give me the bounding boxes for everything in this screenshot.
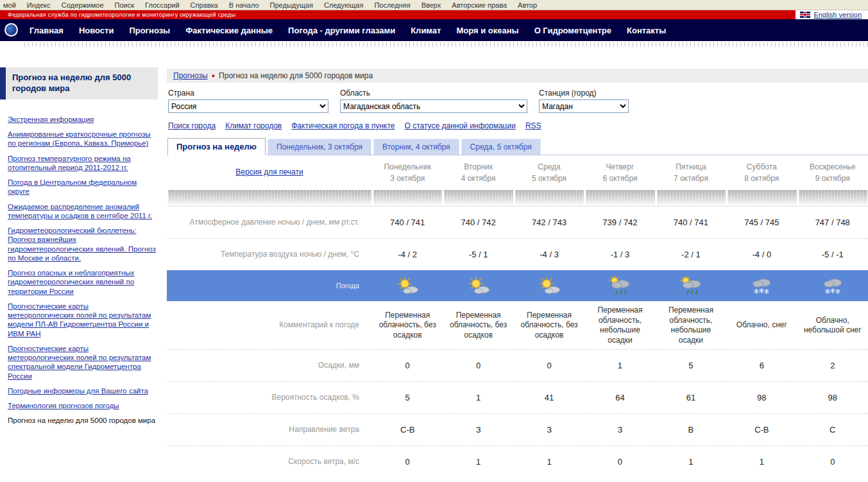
- comment-value: Облачно, небольшой снег: [797, 302, 868, 349]
- sidebar-link[interactable]: Ожидаемое распределение аномалий темпера…: [8, 202, 157, 221]
- main-nav-items: ГлавнаяНовостиПрогнозыФактические данные…: [30, 26, 666, 35]
- rain-icon: [656, 270, 726, 301]
- agency-title: Федеральная служба по гидрометеорологии …: [8, 12, 235, 18]
- sidebar-link[interactable]: Погодные информеры для Вашего сайта: [8, 386, 157, 395]
- temperature-value: -4 / 3: [514, 239, 584, 270]
- sidebar-link[interactable]: Экстренная информация: [8, 115, 157, 124]
- toolbar-item[interactable]: В начало: [229, 1, 259, 9]
- day-column-header: Суббота8 октября: [726, 155, 797, 190]
- day-name: Пятница: [676, 162, 706, 171]
- tab-day-3[interactable]: Среда, 5 октября: [461, 139, 541, 155]
- toolbar-item[interactable]: Индекс: [27, 1, 51, 9]
- toolbar-item[interactable]: Содержимое: [62, 1, 104, 9]
- snow-icon: [797, 270, 868, 301]
- day-column-header: Пятница7 октября: [656, 155, 726, 190]
- toolbar-item[interactable]: Последняя: [374, 1, 410, 9]
- sidebar-header: Прогноз на неделю для 5000 городов мира: [0, 67, 167, 99]
- toolbar-item[interactable]: Справка: [191, 1, 218, 9]
- gradient-segment: [726, 190, 797, 206]
- toolbar-item[interactable]: Авторские права: [452, 1, 507, 9]
- tab-day-1[interactable]: Понедельник, 3 октября: [268, 139, 371, 155]
- toolbar-item[interactable]: Автор: [518, 1, 537, 9]
- quick-link[interactable]: RSS: [525, 121, 541, 130]
- toolbar-item[interactable]: Предыдущая: [270, 1, 313, 9]
- table-header-row: Версия для печати Понедельник3 октябряВт…: [167, 155, 868, 190]
- sidebar-link[interactable]: Прогноз опасных и неблагоприятных гидром…: [8, 268, 157, 296]
- toolbar-item[interactable]: Вверх: [421, 1, 441, 9]
- sidebar-link[interactable]: Терминология прогнозов погоды: [8, 401, 157, 410]
- precipitation-value: 6: [726, 350, 797, 381]
- gradient-segment: [514, 190, 584, 206]
- nav-item[interactable]: Прогнозы: [129, 26, 170, 35]
- toolbar-item[interactable]: Глоссарий: [145, 1, 180, 9]
- day-date: 6 октября: [602, 174, 637, 183]
- nav-item[interactable]: Моря и океаны: [456, 26, 518, 35]
- toolbar-item[interactable]: Следующая: [324, 1, 364, 9]
- temperature-value: -2 / 1: [656, 239, 726, 270]
- agency-bar: Федеральная служба по гидрометеорологии …: [0, 10, 868, 19]
- forecast-row-pressure: Атмосферное давление ночью / днем, мм рт…: [167, 206, 868, 238]
- nav-item[interactable]: Фактические данные: [185, 26, 273, 35]
- quick-link[interactable]: О статусе данной информации: [405, 121, 516, 130]
- breadcrumb-current: Прогноз на неделю для 5000 городов мира: [219, 71, 373, 80]
- day-name: Четверг: [606, 162, 634, 171]
- precip_probability-value: 98: [726, 382, 797, 413]
- sidebar-link[interactable]: Прогностические карты метеорологических …: [8, 302, 157, 338]
- toolbar-item[interactable]: Поиск: [115, 1, 134, 9]
- partly-cloudy-icon: [514, 270, 584, 301]
- nav-item[interactable]: Погода - другими глазами: [288, 26, 395, 35]
- sidebar-link[interactable]: Прогноз температурного режима на отопите…: [8, 154, 157, 173]
- nav-item[interactable]: Контакты: [627, 26, 666, 35]
- day-date: 3 октября: [390, 174, 425, 183]
- wind_speed-value: 1: [443, 446, 513, 478]
- forecast-row-weather: Погода: [167, 270, 868, 301]
- station-filter: Станция (город) Магадан: [539, 89, 629, 113]
- quick-link[interactable]: Фактическая погода в пункте: [291, 121, 395, 130]
- temperature-value: -5 / -1: [797, 239, 868, 270]
- wind_speed-value: 0: [797, 446, 868, 478]
- row-label-precip_probability: Вероятность осадков, %: [167, 382, 372, 413]
- sidebar-link[interactable]: Погода в Центральном федеральном округе: [8, 178, 157, 196]
- wind_direction-value: З: [514, 414, 584, 445]
- breadcrumb: Прогнозы ● Прогноз на неделю для 5000 го…: [167, 69, 868, 83]
- day-name: Воскресенье: [810, 162, 856, 171]
- sidebar-link[interactable]: Прогностические карты метеорологических …: [8, 344, 157, 381]
- quick-link[interactable]: Поиск города: [168, 121, 216, 130]
- pressure-value: 740 / 741: [656, 207, 726, 238]
- sidebar-link[interactable]: Гидрометеорологический бюллетень: Прогно…: [8, 226, 157, 263]
- quick-link[interactable]: Климат городов: [225, 121, 282, 130]
- forecast-row-wind_direction: Направление ветраС-ВЗЗЗВС-ВС: [167, 413, 868, 445]
- precip_probability-value: 98: [797, 382, 868, 413]
- region-filter-label: Область: [340, 89, 527, 98]
- precipitation-value: 2: [797, 350, 868, 381]
- day-date: 5 октября: [532, 174, 566, 183]
- precipitation-value: 0: [372, 350, 443, 381]
- station-select[interactable]: Магадан: [539, 99, 629, 113]
- day-name: Среда: [538, 162, 560, 171]
- country-select[interactable]: Россия: [168, 99, 328, 113]
- breadcrumb-parent-link[interactable]: Прогнозы: [173, 71, 208, 80]
- forecast-row-temperature: Температура воздуха ночью / днем, °С-4 /…: [167, 238, 868, 270]
- nav-item[interactable]: Новости: [79, 26, 114, 35]
- sidebar-link[interactable]: Анимированные краткосрочные прогнозы по …: [8, 130, 157, 148]
- print-version-cell: Версия для печати: [167, 155, 372, 190]
- nav-item[interactable]: Главная: [30, 26, 64, 35]
- wind_direction-value: В: [656, 414, 726, 445]
- day-column-header: Четверг6 октября: [584, 155, 655, 190]
- comment-value: Переменная облачность, без осадков: [514, 302, 584, 349]
- quick-links: Поиск городаКлимат городовФактическая по…: [167, 114, 868, 138]
- forecast-row-wind_speed: Скорость ветра, м/с0110110: [167, 445, 868, 478]
- day-column-header: Воскресенье9 октября: [797, 155, 868, 190]
- english-version-link[interactable]: English version: [813, 11, 862, 19]
- print-version-link[interactable]: Версия для печати: [235, 168, 303, 178]
- wind_direction-value: З: [584, 414, 655, 445]
- forecast-row-comment: Комментарий к погодеПеременная облачност…: [167, 301, 868, 349]
- nav-item[interactable]: Климат: [411, 26, 441, 35]
- tab-day-2[interactable]: Вторник, 4 октября: [373, 139, 459, 155]
- region-select[interactable]: Магаданская область: [340, 99, 527, 113]
- nav-item[interactable]: О Гидрометцентре: [534, 26, 611, 35]
- tab-week-forecast[interactable]: Прогноз на неделю: [167, 138, 266, 155]
- wind_speed-value: 0: [372, 446, 443, 478]
- toolbar-item[interactable]: мой: [3, 1, 16, 9]
- region-filter: Область Магаданская область: [340, 89, 527, 113]
